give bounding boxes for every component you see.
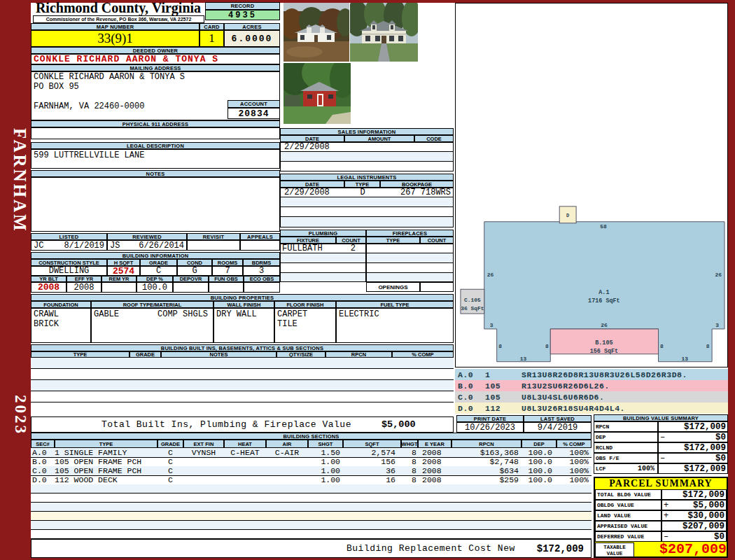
vs-value-cell: –$0 bbox=[658, 432, 728, 442]
section-row[interactable]: C.0 105 OPEN FRAME PCH C 1.00 36 8 2008 … bbox=[31, 466, 592, 476]
map-number-value[interactable]: 33(9)1 bbox=[31, 30, 200, 47]
built-ins-total-row: Total Built Ins, Plumbing & Fireplace Va… bbox=[31, 416, 454, 433]
openings-value bbox=[420, 282, 454, 292]
col-comp: % COMP bbox=[556, 440, 592, 448]
sec-eyear: 2008 bbox=[418, 457, 451, 466]
roof-type: GABLE bbox=[94, 309, 119, 319]
col-fireplace-count: COUNT bbox=[420, 237, 454, 244]
taxable-label-line-1: TAXABLE bbox=[596, 545, 634, 551]
col-cond: COND bbox=[177, 259, 212, 266]
col-sqft: SQFT bbox=[343, 440, 401, 448]
wall-finish-text: DRY WALL bbox=[216, 309, 257, 319]
ps-op: + bbox=[664, 511, 668, 521]
sketch-code-num: 105 bbox=[485, 382, 522, 391]
sec-whgt: 8 bbox=[401, 475, 418, 484]
map-number-header: MAP NUMBER bbox=[31, 23, 200, 30]
building-info-columns: CONSTRUCTION STYLE H SQFT GRADE COND ROO… bbox=[31, 259, 280, 266]
sec-whgt: 8 bbox=[401, 466, 418, 475]
sales-columns: DATE AMOUNT CODE bbox=[280, 135, 454, 142]
sec-shgt: 1.00 bbox=[308, 466, 343, 475]
ps-value: $30,000 bbox=[668, 511, 724, 521]
dim-right: 26 bbox=[715, 272, 722, 278]
building-value-summary-header: BUILDING VALUE SUMMARY bbox=[594, 414, 728, 421]
sec-comp: 100% bbox=[556, 466, 592, 475]
taxable-value-label: TAXABLE VALUE bbox=[595, 542, 634, 557]
dim-leg-h: 8 bbox=[660, 343, 664, 349]
vs-value-cell: $172,009 bbox=[658, 421, 728, 432]
building-info-columns-2: YR BLT EFF YR REM YR DEP % DEPOVR FUN OB… bbox=[31, 276, 280, 282]
col-sec: SEC# bbox=[31, 440, 55, 448]
reviewed-header: REVIEWED bbox=[107, 233, 187, 240]
vs-value-cell: $172,009 bbox=[658, 463, 728, 474]
dim-notch-right: 3 bbox=[715, 322, 719, 328]
ps-label: OBLDG VALUE bbox=[595, 500, 662, 510]
bdrms-value: 3 bbox=[243, 266, 280, 276]
sale-row: 2/29/2008 bbox=[280, 142, 454, 152]
ps-label: TOTAL BLDG VALUE bbox=[595, 489, 662, 500]
legal-description-value: 599 LUTTRELLVILLE LANE bbox=[31, 150, 144, 160]
col-rooms: ROOMS bbox=[212, 259, 243, 266]
sec-dep: 100.0 bbox=[522, 448, 556, 457]
vs-label: RCLND bbox=[594, 442, 658, 453]
sec-comp: 100% bbox=[556, 475, 592, 484]
floor-line-2: TILE bbox=[277, 319, 333, 329]
empty-row bbox=[280, 162, 454, 172]
building-info-values: DWELLING 2574 C G 7 3 bbox=[31, 266, 280, 276]
property-record-card: FARNHAM 2023 Richmond County, Virginia C… bbox=[0, 0, 735, 560]
roof-value: GABLECOMP SHGLS bbox=[91, 308, 214, 343]
sec-air: C-AIR bbox=[266, 448, 308, 457]
section-row[interactable]: B.0 105 OPEN FRAME PCH C 1.00 156 8 2008… bbox=[31, 457, 592, 467]
record-value: 4935 bbox=[205, 10, 280, 20]
hsqft-value: 2574 bbox=[107, 266, 140, 276]
physical-address-box[interactable] bbox=[31, 127, 280, 139]
building-sketch[interactable]: D 58 26 26 A.1 1716 SqFt C.105 36 SqFt 3… bbox=[455, 3, 728, 368]
replacement-cost-value: $172,009 bbox=[537, 543, 584, 554]
empty-row bbox=[366, 253, 454, 263]
mailing-line-1: CONKLE RICHARD AARON & TONYA S bbox=[34, 72, 185, 82]
sec-whgt: 8 bbox=[401, 448, 418, 457]
acres-value: 6.0000 bbox=[224, 30, 280, 47]
col-wall-finish: WALL FINISH bbox=[214, 301, 274, 308]
remyr-value bbox=[102, 282, 136, 293]
dim-top: 58 bbox=[600, 223, 607, 230]
listed-by: JC bbox=[34, 241, 43, 251]
col-floor-finish: FLOOR FINISH bbox=[274, 301, 336, 308]
reviewed-date: 6/26/2014 bbox=[139, 241, 184, 251]
rooms-value: 7 bbox=[212, 266, 243, 276]
vs-value: $172,009 bbox=[660, 443, 726, 453]
ps-value: $0 bbox=[668, 532, 724, 542]
building-properties-columns: FOUNDATION ROOF TYPE/MATERIAL WALL FINIS… bbox=[31, 301, 454, 308]
col-instr-type: TYPE bbox=[344, 181, 380, 188]
funobs-value bbox=[209, 282, 244, 293]
ps-op: + bbox=[664, 500, 668, 510]
dim-leg-w: 13 bbox=[520, 356, 527, 362]
section-row[interactable]: D.0 112 WOOD DECK C 1.00 16 8 2008 $259 … bbox=[31, 475, 592, 485]
sketch-code-sec: B.0 bbox=[455, 382, 485, 391]
section-row[interactable]: A.0 1 SINGLE FAMILY C VYNSH C-HEAT C-AIR… bbox=[31, 448, 592, 458]
depovr-value bbox=[173, 282, 209, 293]
last-saved-header: LAST SAVED bbox=[524, 415, 592, 422]
property-photo-front-summer[interactable] bbox=[350, 3, 418, 62]
card-value[interactable]: 1 bbox=[200, 30, 224, 47]
col-foundation: FOUNDATION bbox=[31, 301, 91, 308]
grade-value: C bbox=[140, 266, 177, 276]
built-ins-header: BUILDING BUILT INS, BASEMENTS, ATTICS & … bbox=[31, 344, 454, 351]
deeded-owner-header: DEEDED OWNER bbox=[31, 47, 280, 54]
col-eyear: E YEAR bbox=[418, 440, 451, 448]
plumbing-row: FULLBATH 2 bbox=[280, 244, 366, 253]
sketch-code-row: D.0112U8L3U26R18SU4R4D4L4. bbox=[455, 402, 728, 414]
dep-pct-value: 100.0 bbox=[136, 282, 173, 293]
property-photo-front-autumn[interactable] bbox=[284, 3, 349, 62]
property-photo-outbuilding[interactable] bbox=[284, 63, 351, 124]
account-value: 20834 bbox=[227, 108, 280, 119]
sketch-c-sqft: 36 SqFt bbox=[461, 305, 484, 312]
vs-value-cell: –$0 bbox=[658, 453, 728, 463]
notes-box[interactable] bbox=[31, 177, 280, 232]
sketch-code-vector: R13U2SU6R26D6L26. bbox=[522, 382, 610, 391]
foundation-line-1: CRAWL bbox=[34, 309, 88, 319]
ps-value: $172,009 bbox=[664, 490, 724, 500]
sec-type: 1 SINGLE FAMILY bbox=[55, 448, 158, 457]
dim-leg-w: 13 bbox=[682, 356, 689, 362]
plumbing-columns: FIXTURE COUNT TYPE COUNT bbox=[280, 237, 454, 244]
ps-op: – bbox=[664, 532, 668, 542]
